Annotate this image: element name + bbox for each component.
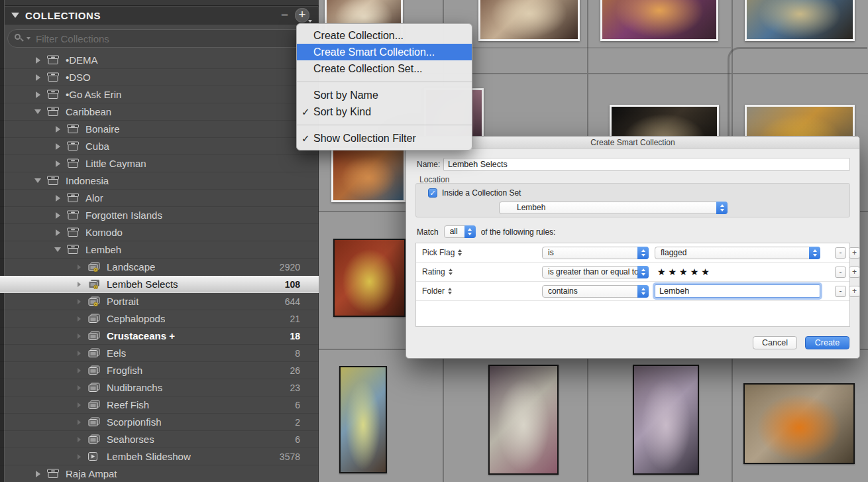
create-button[interactable]: Create bbox=[805, 336, 849, 349]
tree-row-go-ask-erin[interactable]: •Go Ask Erin bbox=[0, 86, 319, 103]
tree-row-cuba[interactable]: Cuba bbox=[0, 138, 319, 155]
photo-clownfish[interactable] bbox=[743, 383, 855, 464]
rule-field-select[interactable]: Pick Flag bbox=[422, 248, 462, 257]
expand-arrow-icon[interactable] bbox=[53, 212, 62, 219]
tree-row-lembeh[interactable]: Lembeh bbox=[0, 241, 319, 259]
rule-condition-select[interactable]: is greater than or equal to bbox=[542, 266, 649, 278]
photo-boxfish[interactable] bbox=[333, 239, 406, 317]
collection-set-icon bbox=[46, 90, 60, 99]
photo-cuttlefish[interactable] bbox=[600, 0, 718, 41]
tree-row-komodo[interactable]: Komodo bbox=[0, 224, 319, 241]
match-value: all bbox=[450, 227, 458, 236]
tree-row-dema[interactable]: •DEMA bbox=[0, 52, 319, 69]
tree-row-raja-ampat[interactable]: Raja Ampat bbox=[0, 465, 319, 482]
expand-arrow-icon[interactable] bbox=[33, 57, 42, 64]
match-row: Match all of the following rules: bbox=[417, 225, 555, 238]
tree-row-frogfish[interactable]: Frogfish26 bbox=[0, 362, 319, 379]
tree-row-bonaire[interactable]: Bonaire bbox=[0, 121, 319, 138]
photo-jawfish-1[interactable] bbox=[339, 366, 387, 473]
expand-arrow-icon[interactable] bbox=[74, 265, 83, 270]
menu-item-create-smart-collection[interactable]: Create Smart Collection... bbox=[297, 44, 472, 60]
photo-wunderpus-2[interactable] bbox=[478, 0, 580, 41]
expand-arrow-icon[interactable] bbox=[74, 368, 83, 373]
expand-arrow-icon[interactable] bbox=[53, 126, 62, 133]
tree-row-landscape[interactable]: Landscape2920 bbox=[0, 259, 319, 276]
tree-row-portrait[interactable]: Portrait644 bbox=[0, 293, 319, 310]
collapse-arrow-icon[interactable] bbox=[33, 178, 42, 183]
menu-item-show-collection-filter[interactable]: ✓Show Collection Filter bbox=[297, 130, 472, 147]
collection-name-input[interactable] bbox=[443, 158, 850, 171]
tree-row-caribbean[interactable]: Caribbean bbox=[0, 103, 319, 121]
expand-arrow-icon[interactable] bbox=[53, 143, 62, 150]
collection-set-select[interactable]: Lembeh bbox=[499, 202, 728, 214]
tree-row-seahorses[interactable]: Seahorses6 bbox=[0, 431, 319, 448]
expand-arrow-icon[interactable] bbox=[53, 195, 62, 202]
rule-condition-select[interactable]: is bbox=[542, 247, 649, 259]
name-label: Name: bbox=[417, 160, 443, 169]
expand-arrow-icon[interactable] bbox=[74, 420, 83, 425]
tree-row-crustaceans[interactable]: Crustaceans +18 bbox=[0, 328, 319, 345]
tree-row-nudibranchs[interactable]: Nudibranchs23 bbox=[0, 379, 319, 396]
tree-row-eels[interactable]: Eels8 bbox=[0, 345, 319, 362]
tree-row-forgotten-islands[interactable]: Forgotten Islands bbox=[0, 207, 319, 224]
expand-arrow-icon[interactable] bbox=[33, 74, 42, 81]
add-collection-button[interactable]: + bbox=[295, 8, 309, 23]
menu-item-sort-by-name[interactable]: Sort by Name bbox=[297, 87, 472, 103]
expand-arrow-icon[interactable] bbox=[74, 316, 83, 322]
tree-row-reef-fish[interactable]: Reef Fish6 bbox=[0, 396, 319, 414]
menu-item-create-collection[interactable]: Create Collection... bbox=[297, 27, 472, 44]
expand-arrow-icon[interactable] bbox=[74, 437, 83, 442]
remove-rule-button[interactable]: - bbox=[835, 247, 846, 259]
expand-arrow-icon[interactable] bbox=[33, 471, 42, 477]
cancel-button[interactable]: Cancel bbox=[753, 336, 797, 349]
smart-collection-icon bbox=[87, 279, 101, 289]
rule-condition-value: is greater than or equal to bbox=[548, 267, 639, 276]
expand-arrow-icon[interactable] bbox=[74, 385, 83, 391]
rule-condition-select[interactable]: contains bbox=[542, 285, 649, 298]
tree-row-dso[interactable]: •DSO bbox=[0, 69, 319, 86]
rule-field-select[interactable]: Rating bbox=[422, 267, 453, 276]
expand-arrow-icon[interactable] bbox=[74, 333, 83, 339]
remove-rule-button[interactable]: - bbox=[835, 267, 846, 278]
rule-value-select[interactable]: flagged bbox=[655, 247, 820, 259]
tree-row-cephalopods[interactable]: Cephalopods21 bbox=[0, 310, 319, 328]
field-sort-arrows-icon bbox=[449, 268, 453, 276]
smart-icon bbox=[87, 296, 102, 306]
rule-rating-stars[interactable]: ★★★★★ bbox=[657, 267, 712, 277]
panel-collapse-triangle-icon[interactable] bbox=[11, 13, 19, 18]
remove-rule-button[interactable]: - bbox=[835, 286, 846, 297]
photo-jawfish-3[interactable] bbox=[633, 365, 699, 475]
photo-count: 108 bbox=[285, 279, 300, 290]
add-rule-button[interactable]: + bbox=[849, 247, 860, 259]
match-select[interactable]: all bbox=[444, 225, 476, 238]
expand-arrow-icon[interactable] bbox=[53, 160, 62, 167]
expand-arrow-icon[interactable] bbox=[74, 454, 83, 459]
expand-arrow-icon[interactable] bbox=[74, 402, 83, 408]
expand-arrow-icon[interactable] bbox=[33, 91, 42, 98]
collapse-arrow-icon[interactable] bbox=[53, 247, 62, 252]
inside-collection-set-checkbox[interactable]: ✓ bbox=[428, 188, 437, 198]
photo-reef-eel[interactable] bbox=[331, 148, 406, 202]
expand-arrow-icon[interactable] bbox=[74, 282, 83, 287]
tree-row-alor[interactable]: Alor bbox=[0, 190, 319, 207]
rule-value-input[interactable] bbox=[655, 284, 820, 298]
add-rule-button[interactable]: + bbox=[849, 267, 860, 278]
expand-arrow-icon[interactable] bbox=[74, 299, 83, 304]
expand-arrow-icon[interactable] bbox=[53, 229, 62, 236]
rule-field-select[interactable]: Folder bbox=[422, 286, 452, 296]
search-options-arrow-icon[interactable] bbox=[27, 37, 30, 40]
add-rule-button[interactable]: + bbox=[849, 286, 860, 297]
menu-item-sort-by-kind[interactable]: ✓Sort by Kind bbox=[297, 103, 472, 120]
tree-row-lembeh-slideshow[interactable]: Lembeh Slideshow3578 bbox=[0, 448, 319, 465]
menu-item-create-collection-set[interactable]: Create Collection Set... bbox=[297, 60, 472, 77]
filter-collections-input[interactable] bbox=[36, 33, 303, 44]
remove-collection-button[interactable]: − bbox=[281, 11, 288, 20]
photo-blue-ring-1[interactable] bbox=[745, 0, 855, 41]
collapse-arrow-icon[interactable] bbox=[33, 109, 42, 114]
tree-row-lembeh-selects[interactable]: Lembeh Selects108 bbox=[0, 276, 319, 293]
tree-row-indonesia[interactable]: Indonesia bbox=[0, 172, 319, 190]
tree-row-little-cayman[interactable]: Little Cayman bbox=[0, 155, 319, 172]
expand-arrow-icon[interactable] bbox=[74, 351, 83, 356]
tree-row-scorpionfish[interactable]: Scorpionfish2 bbox=[0, 414, 319, 431]
photo-jawfish-2[interactable] bbox=[488, 365, 559, 475]
